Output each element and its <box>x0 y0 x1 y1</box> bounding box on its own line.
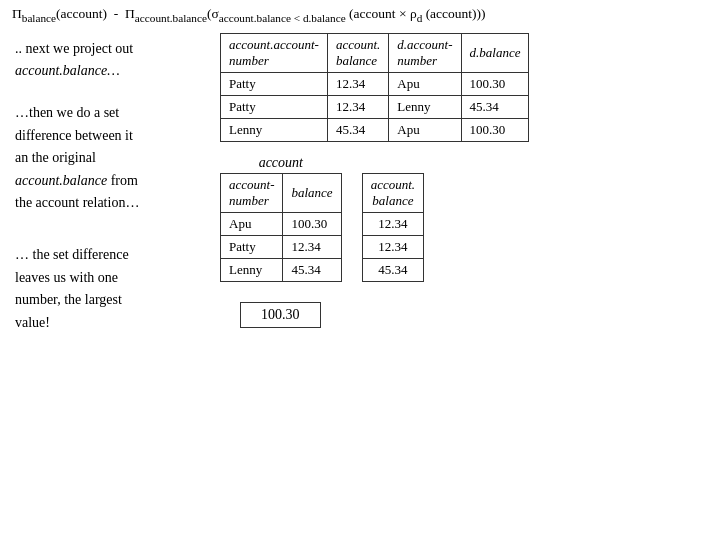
col-header-d-account-number: d.account-number <box>389 33 461 72</box>
account-table: account-number balance Apu100.30Patty12.… <box>220 173 342 282</box>
bottom-section: account account-number balance Apu100.30… <box>220 155 710 282</box>
table-row: 12.34 <box>362 212 423 235</box>
account-label: account <box>220 155 342 171</box>
top-table-container: account.account-number account.balance d… <box>220 33 710 142</box>
formula-text: Πbalance(account) - Πaccount.balance(σac… <box>12 6 486 21</box>
balance-column-container: account.balance 12.3412.3445.34 <box>362 173 424 282</box>
table-row: 45.34 <box>362 258 423 281</box>
col-header-account-balance: account.balance <box>327 33 388 72</box>
text-set-diff: …then we do a set difference between it … <box>15 105 139 210</box>
table-row: Lenny45.34Apu100.30 <box>221 118 529 141</box>
balance-col-header: account.balance <box>362 173 423 212</box>
table-row: Patty12.34 <box>221 235 342 258</box>
formula-display: Πbalance(account) - Πaccount.balance(σac… <box>0 0 720 28</box>
col-header-account-number: account.account-number <box>221 33 328 72</box>
account-table-container: account account-number balance Apu100.30… <box>220 155 342 282</box>
left-explanation: .. next we project out account.balance… … <box>10 28 210 344</box>
text-result-explanation: … the set difference leaves us with one … <box>15 247 129 329</box>
account-col-balance: balance <box>283 173 341 212</box>
right-section: account.account-number account.balance d… <box>220 28 710 344</box>
col-header-d-balance: d.balance <box>461 33 529 72</box>
table-row: Apu100.30 <box>221 212 342 235</box>
result-box: 100.30 <box>240 302 321 328</box>
table-row: Patty12.34Lenny45.34 <box>221 95 529 118</box>
account-col-number: account-number <box>221 173 283 212</box>
cross-product-table: account.account-number account.balance d… <box>220 33 529 142</box>
table-row: Patty12.34Apu100.30 <box>221 72 529 95</box>
text-account-balance-italic: account.balance… <box>15 63 120 78</box>
table-row: 12.34 <box>362 235 423 258</box>
balance-column-table: account.balance 12.3412.3445.34 <box>362 173 424 282</box>
table-row: Lenny45.34 <box>221 258 342 281</box>
text-project-out: .. next we project out <box>15 41 133 56</box>
